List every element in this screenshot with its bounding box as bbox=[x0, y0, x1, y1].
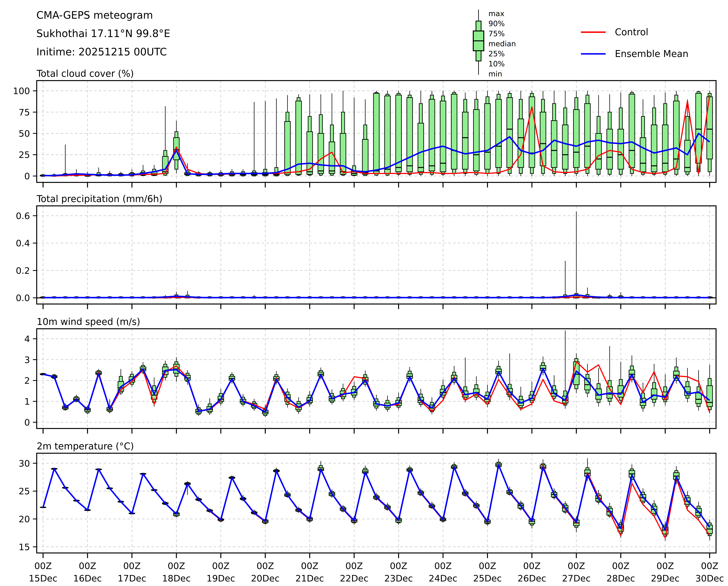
box-whisker bbox=[707, 91, 712, 176]
box-whisker bbox=[274, 99, 279, 176]
x-tick-day-label: 18Dec bbox=[162, 573, 191, 583]
box-whisker bbox=[662, 93, 668, 176]
x-tick-hour-label: 00Z bbox=[345, 561, 363, 571]
box-whisker bbox=[640, 99, 646, 176]
x-tick-day-label: 29Dec bbox=[651, 573, 680, 583]
panel-temperature-2m: 152025302m temperature (°C) bbox=[19, 441, 716, 558]
box-whisker bbox=[318, 94, 323, 176]
panel-total-cloud-cover: 0255075100Total cloud cover (%) bbox=[13, 68, 716, 187]
box-whisker bbox=[584, 91, 590, 176]
x-tick-day-label: 25Dec bbox=[473, 573, 502, 583]
panel-title: 10m wind speed (m/s) bbox=[37, 316, 140, 327]
box-whisker bbox=[340, 91, 346, 176]
x-tick-day-label: 21Dec bbox=[295, 573, 324, 583]
x-tick-hour-label: 00Z bbox=[656, 561, 674, 571]
box-whisker bbox=[685, 368, 691, 403]
panel-frame bbox=[37, 329, 716, 429]
x-axis-labels: 00Z15Dec00Z16Dec00Z17Dec00Z18Dec00Z19Dec… bbox=[29, 561, 724, 583]
box-whisker bbox=[551, 91, 557, 176]
box-whisker bbox=[496, 91, 501, 176]
box-whisker bbox=[629, 91, 635, 176]
x-tick-day-label: 26Dec bbox=[518, 573, 546, 583]
box-whisker bbox=[518, 91, 524, 176]
box-whisker bbox=[507, 91, 513, 176]
x-tick-hour-label: 00Z bbox=[390, 561, 407, 571]
box-whisker bbox=[607, 94, 613, 176]
y-tick-label: 50 bbox=[19, 128, 30, 139]
box-whisker bbox=[618, 93, 624, 176]
box-whisker bbox=[407, 91, 413, 176]
y-tick-label: 30 bbox=[19, 458, 30, 468]
panel-wind-speed-10m: 0123410m wind speed (m/s) bbox=[24, 316, 716, 434]
meteogram-chart: 0255075100Total cloud cover (%)0.00.20.4… bbox=[0, 0, 728, 586]
box-whisker bbox=[285, 95, 290, 176]
y-tick-label: 75 bbox=[19, 107, 30, 118]
box-whisker bbox=[240, 169, 246, 176]
box-whisker bbox=[473, 376, 479, 400]
x-tick-day-label: 19Dec bbox=[207, 573, 235, 583]
box-whisker bbox=[573, 91, 579, 176]
box-whisker bbox=[218, 170, 224, 176]
box-whisker bbox=[151, 377, 157, 407]
x-tick-hour-label: 00Z bbox=[79, 561, 96, 571]
box-whisker bbox=[307, 391, 313, 407]
y-tick-label: 0.6 bbox=[16, 211, 30, 221]
panel-title: Total cloud cover (%) bbox=[36, 68, 134, 79]
x-tick-hour-label: 00Z bbox=[34, 561, 52, 571]
y-tick-label: 0.0 bbox=[16, 293, 30, 303]
y-tick-label: 3 bbox=[24, 355, 30, 365]
box-whisker bbox=[396, 392, 401, 410]
box-whisker bbox=[440, 91, 446, 176]
box-whisker bbox=[596, 95, 601, 176]
y-tick-label: 2 bbox=[24, 375, 30, 386]
x-tick-hour-label: 00Z bbox=[212, 561, 230, 571]
box-whisker bbox=[651, 364, 657, 407]
box-whisker bbox=[563, 261, 568, 298]
x-tick-day-label: 28Dec bbox=[606, 573, 635, 583]
box-whisker bbox=[429, 91, 435, 176]
box-whisker bbox=[673, 91, 679, 176]
box-whisker bbox=[573, 212, 579, 298]
box-whisker bbox=[418, 91, 424, 176]
box-whisker bbox=[596, 368, 601, 407]
box-whisker bbox=[462, 93, 468, 176]
panel-total-precipitation: 0.00.20.40.6Total precipitation (mm/6h) bbox=[16, 194, 716, 309]
box-whisker bbox=[385, 396, 390, 412]
box-whisker bbox=[485, 91, 490, 176]
x-tick-day-label: 15Dec bbox=[29, 573, 57, 583]
x-tick-day-label: 20Dec bbox=[251, 573, 280, 583]
box-whisker bbox=[373, 91, 379, 176]
panel-title: 2m temperature (°C) bbox=[37, 441, 134, 452]
y-tick-label: 15 bbox=[19, 542, 30, 552]
box-whisker bbox=[707, 519, 712, 540]
y-tick-label: 0 bbox=[24, 417, 30, 428]
box-whisker bbox=[607, 346, 613, 406]
box-whisker bbox=[62, 145, 68, 176]
x-tick-hour-label: 00Z bbox=[612, 561, 630, 571]
x-tick-hour-label: 00Z bbox=[434, 561, 452, 571]
x-tick-day-label: 16Dec bbox=[73, 573, 102, 583]
x-tick-hour-label: 00Z bbox=[568, 561, 585, 571]
box-whisker bbox=[207, 171, 213, 176]
x-tick-hour-label: 00Z bbox=[479, 561, 496, 571]
x-tick-day-label: 23Dec bbox=[384, 573, 413, 583]
box-whisker bbox=[529, 91, 535, 176]
ensemble-mean-line bbox=[43, 465, 710, 530]
box-whisker bbox=[385, 91, 390, 176]
x-tick-hour-label: 00Z bbox=[257, 561, 274, 571]
box-whisker bbox=[362, 99, 368, 176]
box-whisker bbox=[351, 98, 357, 176]
meteogram-page: CMA-GEPS meteogram Sukhothai 17.11°N 99.… bbox=[0, 0, 728, 586]
x-tick-hour-label: 00Z bbox=[123, 561, 141, 571]
box-whisker bbox=[451, 91, 457, 176]
box-whisker bbox=[229, 169, 235, 176]
panel-frame bbox=[37, 453, 716, 553]
y-tick-label: 100 bbox=[13, 86, 30, 96]
y-tick-label: 25 bbox=[19, 486, 30, 496]
y-tick-label: 0.4 bbox=[16, 238, 30, 248]
y-tick-label: 25 bbox=[19, 150, 30, 160]
box-whisker bbox=[563, 91, 568, 176]
box-whisker bbox=[473, 91, 479, 176]
panel-frame bbox=[37, 206, 716, 304]
x-tick-day-label: 30Dec bbox=[695, 573, 724, 583]
